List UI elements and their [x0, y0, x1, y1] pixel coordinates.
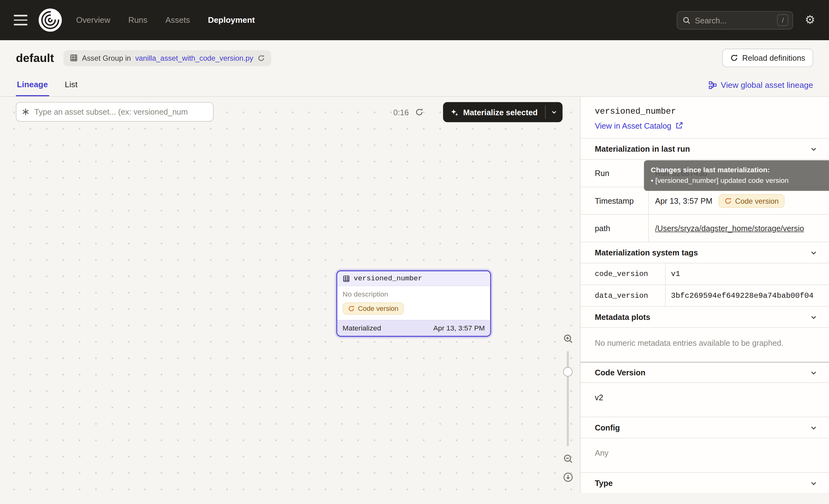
row-label: Timestamp [580, 187, 649, 214]
data-version-value: 3bfc269594ef649228e9a74bab00f04 [665, 285, 829, 306]
nav-links: Overview Runs Assets Deployment [76, 15, 255, 25]
zoom-in-icon[interactable] [563, 334, 573, 344]
view-tabs: Lineage List [16, 78, 79, 96]
catalog-link-label: View in Asset Catalog [595, 121, 672, 130]
code-version-value: v1 [665, 263, 829, 284]
nav-item-assets[interactable]: Assets [166, 15, 190, 25]
materialize-selected-button[interactable]: Materialize selected [443, 102, 563, 122]
tab-lineage[interactable]: Lineage [16, 78, 49, 96]
app: Overview Runs Assets Deployment / ⚙ defa… [0, 0, 829, 504]
code-version-tag[interactable]: Code version [719, 194, 785, 208]
code-version-tag[interactable]: Code version [343, 302, 404, 315]
section-heading: Materialization in last run [595, 144, 690, 153]
top-nav: Overview Runs Assets Deployment / ⚙ [0, 0, 829, 40]
refresh-icon [730, 54, 738, 62]
global-lineage-label: View global asset lineage [721, 80, 813, 90]
tab-list[interactable]: List [64, 78, 79, 96]
section-metadata-plots: Metadata plots [580, 307, 829, 328]
badge-prefix: Asset Group in [82, 53, 131, 62]
search-box[interactable]: / [677, 11, 793, 29]
badge-file-link[interactable]: vanilla_asset_with_code_version.py [135, 53, 253, 62]
section-heading: Config [595, 423, 620, 432]
asset-node-description: No description [337, 286, 490, 300]
sparkle-icon [450, 108, 458, 116]
row-label: Run [580, 160, 649, 187]
gear-icon[interactable]: ⚙ [805, 14, 815, 26]
reload-definitions-label: Reload definitions [742, 53, 805, 62]
section-config: Config [580, 417, 829, 438]
search-icon [683, 16, 690, 24]
table-row-timestamp: Timestamp Apr 13, 3:57 PM Code version [580, 187, 829, 215]
table-row-data-version: data_version 3bfc269594ef649228e9a74bab0… [580, 285, 829, 307]
materialized-label: Materialized [343, 324, 381, 332]
lineage-graph-icon [709, 81, 717, 89]
reload-definitions-button[interactable]: Reload definitions [722, 48, 813, 67]
view-global-asset-lineage-link[interactable]: View global asset lineage [709, 80, 814, 96]
zoom-out-icon[interactable] [563, 454, 573, 464]
code-version-icon [725, 197, 732, 204]
page-title: default [16, 51, 54, 65]
asset-details-panel: Changes since last materialization: • [v… [580, 97, 829, 493]
nav-item-deployment[interactable]: Deployment [208, 15, 255, 25]
metadata-empty-message: No numeric metadata entries available to… [580, 328, 829, 362]
asset-group-badge: Asset Group in vanilla_asset_with_code_v… [64, 50, 271, 66]
asset-node-title: versioned_number [354, 275, 422, 282]
zoom-slider-handle[interactable] [563, 367, 573, 376]
asset-name: versioned_number [595, 107, 815, 116]
search-shortcut-key: / [777, 14, 789, 26]
table-icon [343, 275, 350, 282]
tooltip-title: Changes since last materialization: [651, 165, 822, 175]
menu-icon[interactable] [14, 15, 27, 25]
path-link[interactable]: /Users/sryza/dagster_home/storage/versio [655, 224, 804, 233]
refresh-icon[interactable] [415, 108, 424, 116]
page-header: default Asset Group in vanilla_asset_wit… [0, 40, 829, 96]
code-version-current: v2 [580, 383, 829, 417]
asset-node-header: versioned_number [337, 271, 490, 286]
chevron-down-icon[interactable] [810, 145, 818, 153]
section-heading: Materialization system tags [595, 248, 698, 257]
asset-subset-filter[interactable] [16, 102, 214, 122]
section-materialization-last-run: Materialization in last run [580, 139, 829, 160]
download-view-icon[interactable] [563, 472, 573, 482]
config-value: Any [580, 438, 829, 472]
nav-item-runs[interactable]: Runs [128, 15, 147, 25]
refresh-icon[interactable] [257, 54, 265, 62]
zoom-slider[interactable] [567, 351, 569, 446]
table-row-code-version: code_version v1 [580, 263, 829, 285]
materialized-time: Apr 13, 3:57 PM [433, 324, 485, 332]
asset-graph-icon [22, 108, 30, 115]
section-type: Type [580, 473, 829, 493]
asset-node-versioned-number[interactable]: versioned_number No description Code ver… [336, 271, 491, 337]
asset-subset-input[interactable] [34, 107, 208, 116]
changes-tooltip: Changes since last materialization: • [v… [644, 160, 829, 191]
chevron-down-icon[interactable] [810, 313, 818, 321]
grid-icon [70, 54, 77, 62]
chevron-down-icon[interactable] [810, 249, 818, 256]
view-in-asset-catalog-link[interactable]: View in Asset Catalog [595, 121, 815, 130]
materialize-dropdown-button[interactable] [546, 102, 563, 122]
tooltip-body: • [versioned_number] updated code versio… [651, 175, 822, 186]
code-version-tag-label: Code version [735, 196, 779, 205]
search-input[interactable] [695, 15, 773, 25]
timer-value: 0:16 [393, 107, 409, 116]
timestamp-value: Apr 13, 3:57 PM [655, 196, 712, 205]
table-row-path: path /Users/sryza/dagster_home/storage/v… [580, 215, 829, 242]
section-heading: Metadata plots [595, 313, 650, 321]
row-label: data_version [580, 285, 665, 306]
dagster-logo-icon[interactable] [38, 8, 62, 32]
lineage-canvas[interactable]: 0:16 Materialize selected [0, 97, 580, 493]
zoom-controls [560, 334, 576, 482]
materialize-label: Materialize selected [463, 107, 538, 116]
row-label: path [580, 215, 649, 242]
refresh-timer: 0:16 [393, 103, 424, 121]
chevron-down-icon [551, 109, 557, 115]
nav-item-overview[interactable]: Overview [76, 15, 110, 25]
chevron-down-icon[interactable] [810, 479, 818, 487]
row-label: code_version [580, 263, 665, 284]
chevron-down-icon[interactable] [810, 369, 818, 376]
chevron-down-icon[interactable] [810, 424, 818, 431]
code-version-tag-label: Code version [358, 304, 398, 313]
asset-node-status: Materialized Apr 13, 3:57 PM [337, 320, 490, 336]
section-heading: Type [595, 478, 613, 488]
section-materialization-system-tags: Materialization system tags [580, 242, 829, 263]
